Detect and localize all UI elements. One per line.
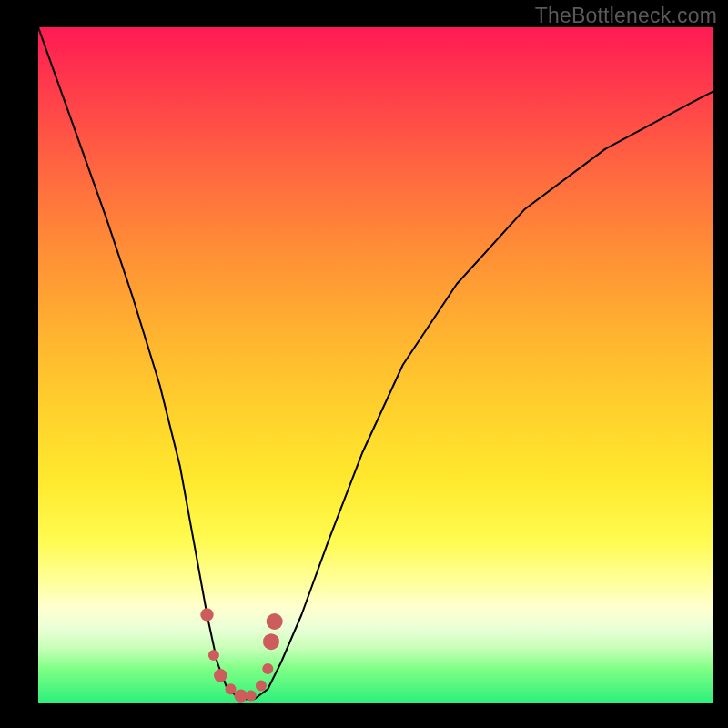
- curve-marker: [214, 669, 227, 682]
- curve-marker: [208, 650, 219, 661]
- curve-marker: [200, 608, 213, 621]
- curve-marker: [234, 689, 247, 702]
- curve-marker: [267, 613, 283, 630]
- curve-marker: [256, 681, 267, 692]
- curve-marker: [262, 663, 273, 674]
- curve-markers: [200, 608, 282, 703]
- curve-marker: [263, 633, 279, 650]
- bottleneck-curve: [38, 27, 713, 699]
- chart-plot-area: [38, 27, 713, 703]
- watermark-text: TheBottleneck.com: [535, 4, 717, 28]
- chart-svg: [38, 27, 713, 703]
- chart-frame: TheBottleneck.com: [0, 0, 728, 728]
- curve-marker: [226, 683, 237, 694]
- curve-marker: [246, 691, 257, 702]
